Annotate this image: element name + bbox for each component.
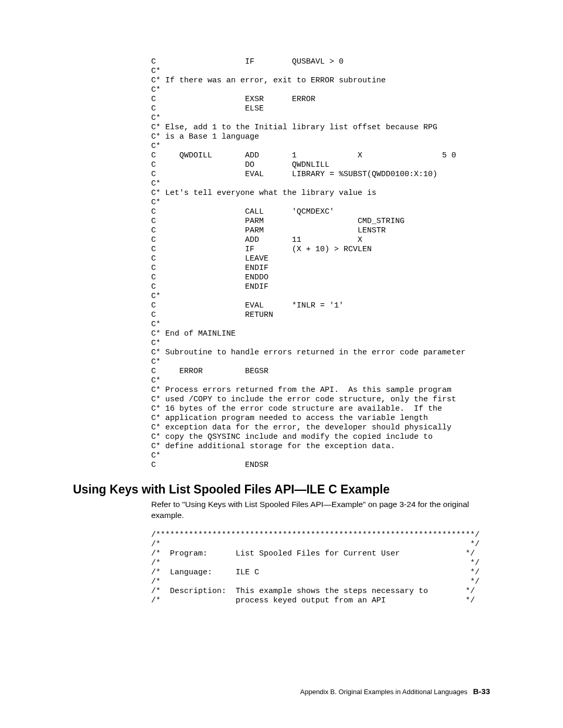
footer-section-label: Appendix B. Original Examples in Additio…	[300, 688, 468, 696]
footer-page-number: B-33	[473, 687, 490, 696]
page-footer: Appendix B. Original Examples in Additio…	[300, 687, 490, 696]
rpg-code-listing: C IF QUSBAVL > 0 C* C* If there was an e…	[151, 57, 490, 470]
section-heading: Using Keys with List Spooled Files API—I…	[73, 483, 490, 497]
section-description: Refer to "Using Keys with List Spooled F…	[151, 499, 490, 521]
c-header-comment: /***************************************…	[151, 530, 490, 606]
